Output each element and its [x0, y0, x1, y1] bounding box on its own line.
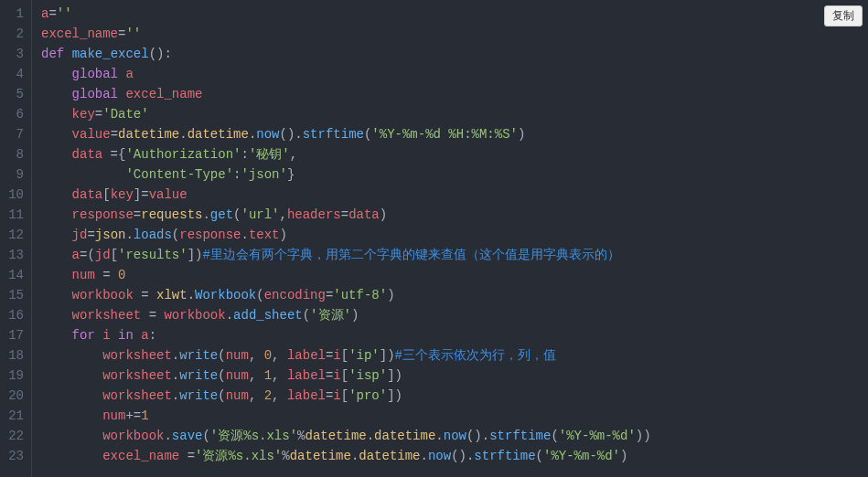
code-line: workbook.save('资源%s.xls'%datetime.dateti… — [41, 426, 651, 446]
token-var: a — [125, 67, 133, 81]
token-var: num — [102, 408, 125, 423]
code-line: response=requests.get('url',headers=data… — [41, 205, 651, 225]
token-var: num — [226, 388, 249, 403]
token-default: ) — [387, 288, 394, 302]
token-default — [41, 107, 72, 122]
token-var: data — [72, 187, 103, 202]
code-line: workbook = xlwt.Workbook(encoding='utf-8… — [41, 285, 651, 305]
token-prop: requests — [141, 207, 202, 222]
token-default: += — [125, 408, 141, 423]
token-var: worksheet — [72, 308, 142, 323]
token-default: ( — [218, 368, 225, 383]
line-number: 11 — [4, 205, 24, 225]
token-default: ]) — [380, 348, 395, 363]
token-default: . — [226, 308, 233, 323]
token-default: , — [249, 388, 264, 403]
token-default — [64, 47, 71, 61]
code-line: 'Content-Type':'json'} — [41, 164, 651, 185]
token-default: ( — [218, 388, 225, 403]
token-default: . — [172, 388, 179, 403]
code-block: 1234567891011121314151617181920212223 a=… — [0, 0, 868, 477]
token-string: '秘钥' — [249, 147, 290, 162]
token-var: a — [72, 248, 80, 262]
token-default — [41, 388, 102, 403]
token-default — [41, 348, 102, 363]
token-var: response — [179, 228, 241, 242]
token-number: 2 — [264, 388, 272, 403]
code-line: worksheet.write(num, 1, label=i['isp']) — [41, 366, 651, 386]
token-string: 'Authorization' — [125, 147, 241, 162]
token-default: ]) — [387, 388, 402, 403]
token-default — [41, 328, 72, 343]
line-number: 5 — [4, 84, 24, 104]
token-default: ( — [551, 429, 558, 443]
code-line: a='' — [41, 4, 651, 24]
token-func: now — [428, 449, 451, 463]
code-line: num+=1 — [41, 406, 651, 426]
token-default: , — [272, 368, 287, 383]
line-number: 10 — [4, 185, 24, 205]
token-default — [41, 228, 72, 242]
token-number: 1 — [141, 408, 148, 423]
token-default: ]= — [134, 187, 149, 202]
token-string: '资源%s.xls' — [210, 429, 297, 443]
token-var: key — [72, 107, 95, 122]
token-string: '资源%s.xls' — [195, 449, 282, 463]
token-default: = — [141, 308, 164, 323]
token-default: ) — [620, 449, 627, 463]
line-number: 7 — [4, 124, 24, 144]
token-func: strftime — [474, 449, 535, 463]
token-var: value — [72, 127, 111, 142]
token-var: data — [72, 147, 103, 162]
token-default: ) — [351, 308, 359, 323]
code-content: a=''excel_name=''def make_excel(): globa… — [32, 0, 651, 477]
token-var: headers — [287, 207, 341, 222]
token-keyword: for — [72, 328, 95, 343]
token-default: . — [367, 429, 374, 443]
token-var: i — [102, 328, 110, 343]
token-prop: datetime — [305, 429, 366, 443]
token-default: [ — [102, 187, 110, 202]
code-line: for i in a: — [41, 325, 651, 345]
code-line: excel_name='' — [41, 24, 651, 44]
token-string: '%Y-%m-%d %H:%M:%S' — [371, 127, 518, 142]
token-var: encoding — [264, 288, 326, 302]
token-default: . — [435, 429, 443, 443]
token-keyword: global — [72, 87, 118, 101]
token-default: , — [249, 368, 264, 383]
code-line: jd=json.loads(response.text) — [41, 225, 651, 245]
token-default: , — [290, 147, 297, 162]
token-default: ( — [256, 288, 263, 302]
token-var: worksheet — [102, 348, 172, 363]
token-default: : — [149, 328, 156, 343]
token-default: . — [188, 288, 195, 302]
token-var: label — [287, 368, 326, 383]
code-line: worksheet = workbook.add_sheet('资源') — [41, 305, 651, 325]
token-default — [41, 368, 102, 383]
token-default: = — [87, 228, 94, 242]
code-line: a=(jd['results'])#里边会有两个字典，用第二个字典的键来查值（这… — [41, 245, 651, 265]
token-prop: datetime — [188, 127, 249, 142]
token-keyword: global — [72, 67, 118, 81]
line-number: 2 — [4, 24, 24, 44]
code-line: worksheet.write(num, 0, label=i['ip'])#三… — [41, 345, 651, 366]
code-line: excel_name ='资源%s.xls'%datetime.datetime… — [41, 446, 651, 466]
line-number: 21 — [4, 406, 24, 426]
token-default: . — [421, 449, 428, 463]
copy-button[interactable]: 复制 — [824, 5, 863, 26]
token-var: text — [249, 228, 280, 242]
token-var: num — [72, 268, 95, 282]
token-default: (). — [466, 429, 489, 443]
token-default — [41, 87, 72, 101]
token-default — [41, 167, 125, 182]
token-func: write — [179, 368, 218, 383]
token-default: = — [134, 207, 141, 222]
line-number-gutter: 1234567891011121314151617181920212223 — [0, 0, 32, 477]
token-var: excel_name — [102, 449, 179, 463]
token-func: add_sheet — [233, 308, 303, 323]
token-func: now — [444, 429, 466, 443]
token-prop: datetime — [359, 449, 420, 463]
token-func: write — [179, 348, 218, 363]
token-string: 'json' — [241, 167, 286, 182]
line-number: 23 — [4, 446, 24, 466]
